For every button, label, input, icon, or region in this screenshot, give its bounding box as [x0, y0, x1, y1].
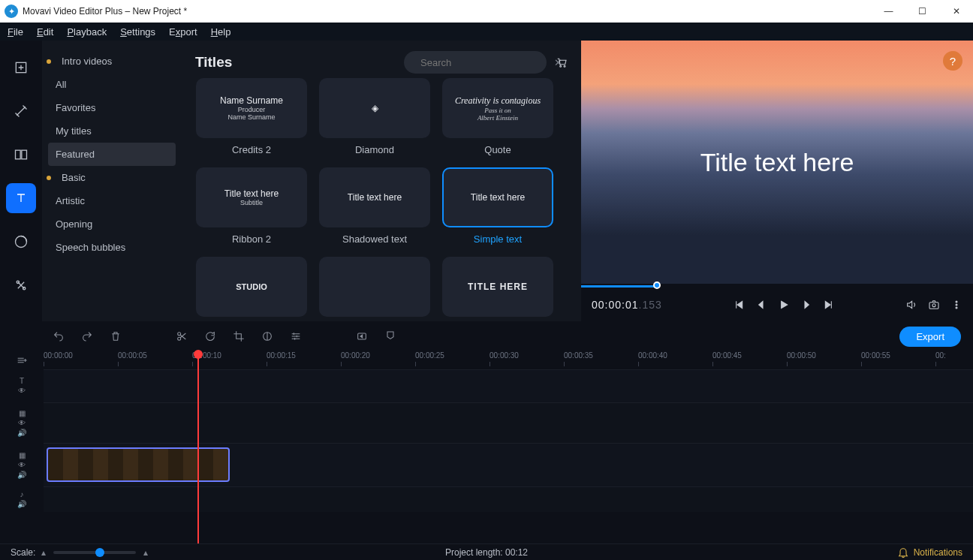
import-tool[interactable] [6, 53, 36, 83]
preview-time: 00:00:01.153 [592, 299, 662, 311]
add-track-button[interactable] [0, 351, 44, 369]
delete-icon[interactable] [110, 330, 122, 342]
search-input[interactable] [420, 57, 547, 68]
volume-icon[interactable] [905, 299, 917, 311]
playhead[interactable] [197, 351, 199, 543]
zoom-in-icon[interactable]: ▴ [143, 547, 148, 558]
category-artistic[interactable]: Artistic [42, 189, 182, 212]
category-intro-videos[interactable]: Intro videos [42, 50, 182, 73]
category-my-titles[interactable]: My titles [42, 119, 182, 143]
timeline: Export 00:00:0000:00:0500:00:1000:00:150… [0, 321, 973, 543]
next-clip-icon[interactable] [823, 299, 835, 311]
title-thumb[interactable]: Name SurnameProducerName Surname [196, 78, 307, 138]
overlay-track[interactable] [44, 402, 973, 443]
transitions-tool[interactable] [6, 140, 36, 170]
menu-settings[interactable]: Settings [120, 26, 155, 38]
title-card[interactable]: ◈Diamond [318, 78, 431, 155]
title-track-head[interactable]: T👁 [0, 369, 44, 402]
prev-frame-icon[interactable] [755, 299, 767, 311]
title-card[interactable]: STUDIO [195, 257, 308, 321]
preview-canvas[interactable]: ? Title text here [581, 41, 973, 284]
menu-edit[interactable]: Edit [37, 26, 53, 38]
snapshot-icon[interactable] [928, 299, 940, 311]
category-featured[interactable]: Featured [48, 143, 176, 166]
crop-icon[interactable] [233, 330, 245, 342]
title-card[interactable]: Title text hereSubtitleRibbon 2 [195, 167, 308, 245]
scale-knob[interactable] [95, 548, 104, 557]
timeline-ruler[interactable]: 00:00:0000:00:0500:00:1000:00:1500:00:20… [44, 351, 973, 369]
filters-tool[interactable] [6, 96, 36, 126]
export-button[interactable]: Export [899, 327, 961, 347]
preview-scrubber[interactable] [581, 284, 973, 288]
split-icon[interactable] [176, 330, 188, 342]
track-lanes[interactable] [44, 369, 973, 543]
project-length: Project length: 00:12 [445, 547, 528, 558]
titles-tool[interactable] [6, 183, 36, 213]
color-icon[interactable] [261, 330, 273, 342]
menu-file[interactable]: File [8, 26, 23, 38]
title-thumb[interactable]: Creativity is contagiousPass it onAlbert… [442, 78, 553, 138]
stickers-tool[interactable] [6, 227, 36, 257]
scrubber-handle[interactable] [653, 282, 661, 289]
video-track[interactable] [44, 443, 973, 486]
preview-title-overlay: Title text here [700, 148, 854, 177]
menu-export[interactable]: Export [169, 26, 197, 38]
audio-track[interactable] [44, 486, 973, 512]
title-thumb[interactable]: TITLE HERE [442, 257, 553, 317]
svg-point-11 [956, 301, 957, 303]
title-thumb[interactable]: Title text here [442, 167, 553, 227]
play-icon[interactable] [778, 299, 790, 311]
overlay-track-head[interactable]: ▦👁🔊 [0, 402, 44, 443]
ruler-tick: 00:00:20 [341, 351, 370, 360]
title-thumb[interactable]: STUDIO [196, 257, 307, 317]
undo-icon[interactable] [53, 330, 65, 342]
prev-clip-icon[interactable] [733, 299, 745, 311]
video-track-head[interactable]: ▦👁🔊 [0, 443, 44, 486]
category-basic[interactable]: Basic [42, 166, 182, 189]
category-speech-bubbles[interactable]: Speech bubbles [42, 236, 182, 259]
help-button[interactable]: ? [943, 51, 962, 71]
menubar: File Edit Playback Settings Export Help [0, 23, 973, 41]
adjust-icon[interactable] [290, 330, 302, 342]
title-thumb[interactable]: Title text hereSubtitle [196, 167, 307, 227]
menu-help[interactable]: Help [211, 26, 231, 38]
svg-point-5 [23, 288, 26, 290]
title-browser: Titles ✕ Name SurnameProducerName Surnam… [182, 41, 581, 321]
browser-heading: Titles [195, 54, 395, 71]
close-button[interactable]: ✕ [939, 0, 973, 23]
rotate-icon[interactable] [204, 330, 216, 342]
next-frame-icon[interactable] [800, 299, 812, 311]
ruler-tick: 00:00:00 [44, 351, 73, 360]
notifications-button[interactable]: Notifications [897, 546, 962, 558]
search-box[interactable]: ✕ [404, 51, 547, 74]
title-thumb[interactable]: Title text here [319, 167, 430, 227]
record-icon[interactable] [356, 330, 368, 342]
more-icon[interactable] [950, 299, 962, 311]
minimize-button[interactable]: — [872, 0, 905, 23]
title-card[interactable]: Title text hereSimple text [441, 167, 554, 245]
category-opening[interactable]: Opening [42, 212, 182, 236]
menu-playback[interactable]: Playback [67, 26, 107, 38]
svg-point-4 [17, 281, 19, 283]
title-card[interactable]: Name SurnameProducerName SurnameCredits … [195, 78, 308, 155]
category-favorites[interactable]: Favorites [42, 96, 182, 119]
cart-icon[interactable] [556, 56, 568, 68]
title-thumb[interactable] [319, 257, 430, 317]
title-track[interactable] [44, 369, 973, 402]
category-all[interactable]: All [42, 73, 182, 96]
zoom-out-icon[interactable]: ▴ [41, 547, 46, 558]
bell-icon [897, 546, 909, 558]
title-card[interactable]: Title text hereShadowed text [318, 167, 431, 245]
title-card[interactable] [318, 257, 431, 321]
title-card[interactable]: TITLE HERE [441, 257, 554, 321]
status-bar: Scale: ▴ ▴ Project length: 00:12 Notific… [0, 543, 973, 560]
audio-track-head[interactable]: ♪🔊 [0, 486, 44, 512]
more-tools[interactable] [6, 270, 36, 300]
video-clip[interactable] [47, 447, 230, 482]
title-thumb[interactable]: ◈ [319, 78, 430, 138]
marker-icon[interactable] [384, 330, 396, 342]
maximize-button[interactable]: ☐ [905, 0, 939, 23]
title-card[interactable]: Creativity is contagiousPass it onAlbert… [441, 78, 554, 155]
scale-slider[interactable] [53, 551, 136, 554]
redo-icon[interactable] [81, 330, 93, 342]
